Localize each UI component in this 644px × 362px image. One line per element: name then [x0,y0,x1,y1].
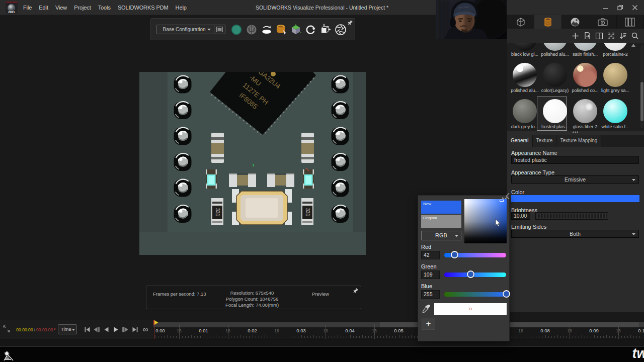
emitting-sides-select[interactable]: Both [511,230,639,238]
camera-aperture-button[interactable] [335,24,347,36]
menu-edit[interactable]: Edit [35,0,52,15]
menu-solidworks-pdm[interactable]: SOLIDWORKS PDM [114,0,172,15]
material-item[interactable]: dark grey lo... [510,99,539,129]
step-back-button[interactable] [93,324,100,334]
configuration-list-button[interactable] [214,25,225,34]
add-appearance-button[interactable] [572,33,579,39]
material-item[interactable]: black low gl... [510,43,539,57]
material-item[interactable]: polished alu... [510,63,539,93]
appearance-type-select[interactable]: Emissive [511,175,639,184]
timeline-ruler[interactable]: 0:00160:01160:02160:03160:04160:05160:06… [153,320,644,339]
ruler-tick [536,336,536,338]
color-swatch-bar[interactable] [511,195,639,202]
minimize-button[interactable] [603,5,609,11]
ruler-scroll-band[interactable] [153,322,644,327]
red-value-input[interactable]: 42 [421,251,440,259]
play-button[interactable] [112,324,119,334]
sort-button[interactable] [619,33,626,39]
green-value-input[interactable]: 109 [421,270,440,279]
material-item[interactable]: porcelaine-2 [601,43,630,57]
appearance-tool-button[interactable] [275,24,287,36]
scene-cube-button[interactable] [319,24,332,36]
render-mode-button[interactable] [230,24,243,36]
tab-scenes[interactable] [562,15,589,29]
blue-value-input[interactable]: 255 [421,290,440,299]
material-item[interactable]: satin finish... [571,43,600,57]
tab-texture[interactable]: Texture [533,135,557,147]
library-scrollbar[interactable] [640,45,643,128]
turntable-button[interactable] [261,24,273,36]
blue-slider-handle[interactable] [503,290,510,298]
configuration-dropdown[interactable]: Base Configuration [157,27,207,32]
green-slider-track[interactable] [444,273,506,277]
split-view-button[interactable] [596,33,603,39]
turntable-icon [261,24,273,35]
brightness-input[interactable]: 10.00 [511,212,530,220]
material-item[interactable]: color(Legacy) [540,63,570,93]
saturation-value-box[interactable] [464,199,507,243]
color-mode-dropdown[interactable]: RGB [421,231,461,240]
search-icon[interactable] [631,32,638,39]
red-slider-handle[interactable] [451,251,458,258]
window-title: SOLIDWORKS Visualize Professional - Unti… [201,0,443,15]
menu-help[interactable]: Help [172,0,190,15]
taskbar-app-icon[interactable] [3,350,15,361]
red-slider-track[interactable] [444,253,506,257]
tab-general[interactable]: General [507,135,533,147]
timeline-mode-dropdown[interactable]: Time [58,324,77,334]
play-reverse-button[interactable] [103,324,110,334]
ruler-label: 0:04 [345,328,355,333]
appearance-name-input[interactable]: frosted plastic [511,156,639,164]
ruler-tick [512,336,512,338]
ruler-tick [170,336,171,338]
add-color-button[interactable]: + [422,318,435,330]
material-item[interactable]: polished alu... [540,43,570,57]
scroll-up-icon[interactable] [631,44,635,47]
material-item[interactable]: glass fiber-2 [571,99,600,129]
material-item[interactable]: light grey sa... [601,63,630,93]
tab-texture-mapping[interactable]: Texture Mapping [556,135,601,147]
toolbar-pin-icon[interactable] [346,20,353,27]
menu-tools[interactable]: Tools [95,0,114,15]
go-to-end-button[interactable] [131,324,138,334]
refresh-button[interactable] [304,24,316,36]
app-logo-year: 2021 [6,11,18,14]
restore-button[interactable] [617,5,623,11]
appearances-barrel-icon [543,17,552,27]
thumbnail-grid-button[interactable] [608,33,614,39]
step-forward-button[interactable] [122,324,129,334]
menu-file[interactable]: File [20,0,35,15]
material-item[interactable]: polished co... [571,63,600,93]
app-logo[interactable]: 2021 [6,2,18,14]
tab-layers[interactable] [617,15,644,29]
close-button[interactable] [632,5,638,11]
menu-view[interactable]: View [52,0,70,15]
eyedropper-icon[interactable] [422,304,431,313]
brightness-scrubber[interactable] [535,212,608,220]
loop-button[interactable]: ∞ [141,324,150,334]
model-tool-button[interactable] [290,24,302,36]
ruler-tick [319,336,320,338]
ruler-tick [411,335,412,338]
menu-project[interactable]: Project [70,0,95,15]
tab-cameras[interactable] [589,15,616,29]
tab-appearances[interactable] [534,15,561,29]
material-name: dark grey lo... [510,124,539,129]
timecode-caret-icon[interactable]: ▾ [53,327,55,331]
blue-slider-track[interactable] [444,292,506,297]
green-slider-handle[interactable] [467,270,474,278]
import-button[interactable] [584,32,591,39]
denoiser-button[interactable] [246,24,258,36]
ruler-tick [225,336,225,338]
material-item[interactable]: frosted plas... [540,99,570,129]
result-color-swatch[interactable] [434,303,507,315]
go-to-start-button[interactable] [84,324,91,334]
timeline-expand-icon[interactable] [3,325,11,333]
material-item[interactable]: white satin f... [601,99,630,129]
ruler-tick [271,336,271,338]
stats-pin-icon[interactable] [352,288,359,295]
tab-models[interactable] [507,15,534,29]
playhead-marker[interactable] [153,320,158,325]
panel-collapse-arrow[interactable] [506,193,510,200]
dropdown-caret-icon [632,179,635,181]
